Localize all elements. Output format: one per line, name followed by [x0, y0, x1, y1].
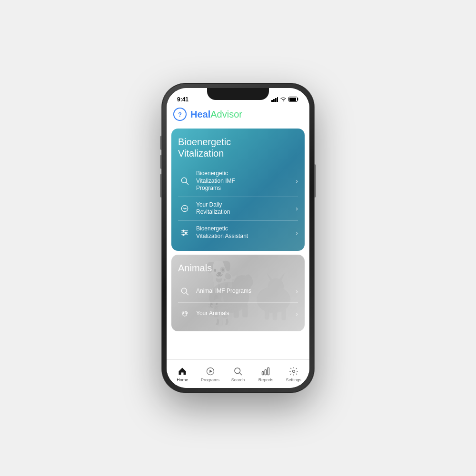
svg-rect-5	[289, 98, 296, 101]
svg-marker-29	[267, 273, 273, 281]
mute-button	[160, 136, 162, 150]
chart-icon	[260, 366, 271, 377]
bio-assistant-chevron: ›	[296, 229, 298, 237]
animals-card: Animals Animal IMF Programs ›	[171, 255, 305, 331]
bioenergetic-card: BioenergeticVitalization BioenergeticVit…	[171, 129, 305, 251]
animals-item-yours[interactable]: Your Animals ›	[178, 302, 298, 325]
bio-item-programs[interactable]: BioenergeticVitalization IMFPrograms ›	[178, 166, 298, 197]
wifi-icon	[280, 97, 287, 103]
app-header: ? HealAdvisor	[167, 105, 309, 125]
svg-rect-46	[265, 369, 267, 375]
play-icon	[205, 366, 216, 377]
animals-item-programs[interactable]: Animal IMF Programs ›	[178, 280, 298, 302]
svg-point-18	[183, 234, 184, 235]
tab-reports[interactable]: Reports	[252, 364, 279, 384]
bio-programs-label: BioenergeticVitalization IMFPrograms	[196, 170, 294, 192]
svg-point-17	[185, 232, 187, 233]
tab-home[interactable]: Home	[169, 364, 196, 384]
svg-rect-2	[275, 98, 277, 102]
heart-pulse-icon	[178, 202, 191, 215]
sliders-icon	[178, 226, 191, 239]
tab-search[interactable]: Search	[224, 364, 252, 384]
svg-point-16	[183, 230, 184, 231]
notch	[207, 88, 269, 100]
bio-daily-label: Your DailyRevitalization	[196, 201, 294, 216]
animals-items: Animal IMF Programs ›	[178, 280, 298, 325]
bio-assistant-label: BioenergeticVitalization Assistant	[196, 225, 294, 240]
your-animals-label: Your Animals	[196, 310, 294, 317]
svg-rect-3	[277, 97, 278, 102]
tab-settings[interactable]: Settings	[280, 364, 307, 384]
bio-programs-chevron: ›	[296, 177, 298, 185]
svg-marker-30	[279, 273, 285, 281]
tab-home-label: Home	[177, 377, 188, 382]
help-button[interactable]: ?	[173, 108, 187, 121]
phone-screen: 9:41	[167, 88, 309, 388]
svg-rect-0	[271, 100, 273, 102]
app-logo: HealAdvisor	[190, 109, 242, 120]
bio-item-daily[interactable]: Your DailyRevitalization ›	[178, 197, 298, 220]
svg-marker-42	[209, 369, 212, 373]
tab-programs[interactable]: Programs	[196, 364, 224, 384]
tab-settings-label: Settings	[286, 377, 302, 382]
help-icon-label: ?	[178, 111, 182, 118]
volume-up-button	[160, 155, 162, 169]
svg-point-48	[292, 370, 295, 372]
scroll-content: BioenergeticVitalization BioenergeticVit…	[167, 125, 309, 359]
home-icon	[177, 366, 188, 377]
animal-programs-chevron: ›	[296, 288, 298, 295]
your-animals-chevron: ›	[296, 310, 298, 317]
battery-icon	[288, 97, 299, 103]
power-button	[314, 164, 316, 198]
svg-rect-45	[262, 371, 264, 375]
bio-daily-chevron: ›	[296, 205, 298, 212]
status-icons	[271, 97, 299, 103]
tab-search-label: Search	[231, 377, 245, 382]
svg-rect-1	[273, 99, 275, 102]
svg-point-39	[183, 311, 184, 313]
svg-line-35	[186, 293, 188, 295]
tab-bar: Home Programs Search	[167, 359, 309, 388]
tab-reports-label: Reports	[258, 377, 274, 382]
svg-point-40	[185, 311, 187, 313]
animal-search-icon	[178, 285, 191, 298]
volume-down-button	[160, 174, 162, 198]
gear-icon	[288, 366, 299, 377]
signal-icon	[271, 97, 278, 103]
svg-line-7	[186, 182, 188, 185]
animal-programs-label: Animal IMF Programs	[196, 288, 294, 295]
bioenergetic-items: BioenergeticVitalization IMFPrograms ›	[178, 166, 298, 244]
phone-frame: 9:41	[162, 83, 314, 393]
animals-card-title: Animals	[178, 262, 298, 274]
logo-heal: Heal	[190, 109, 210, 119]
status-time: 9:41	[177, 96, 188, 103]
svg-rect-47	[268, 367, 269, 375]
search-icon	[178, 174, 191, 188]
logo-advisor: Advisor	[210, 109, 242, 119]
bioenergetic-card-title: BioenergeticVitalization	[178, 136, 298, 159]
tab-search-icon	[233, 366, 243, 377]
svg-line-44	[239, 373, 241, 375]
paw-icon	[178, 307, 191, 320]
tab-programs-label: Programs	[201, 377, 219, 382]
bio-item-assistant[interactable]: BioenergeticVitalization Assistant ›	[178, 220, 298, 244]
